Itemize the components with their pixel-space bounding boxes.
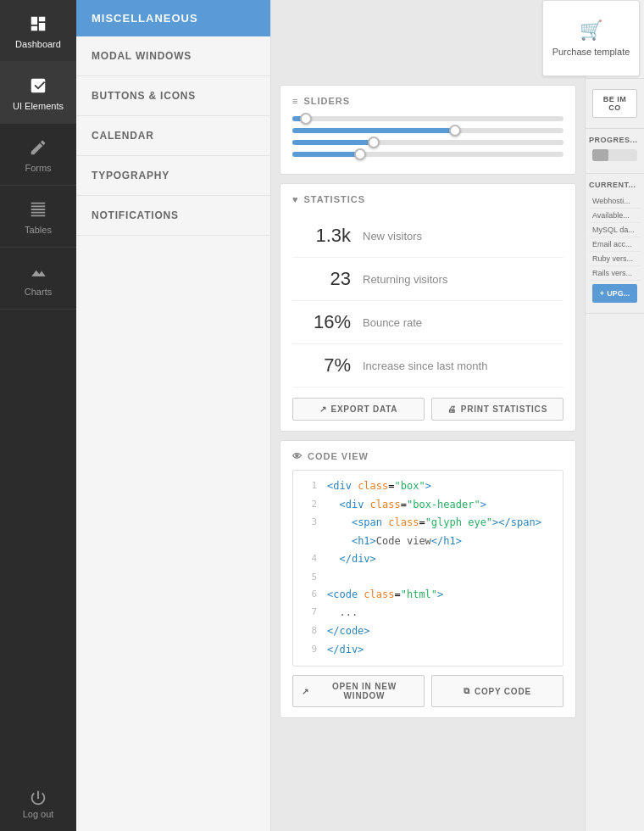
stat-label-0: New visitors	[363, 230, 422, 243]
current-item-4: Ruby vers...	[589, 252, 641, 266]
progress-section: Progres...	[586, 129, 644, 174]
code-line-5: 5	[293, 569, 563, 586]
sidebar-item-ui-elements[interactable]: UI Elements	[0, 62, 76, 124]
be-in-co-section: BE IM CO	[586, 79, 644, 129]
stat-label-1: Returning visitors	[363, 273, 447, 286]
code-view-title: 👁 Code View	[292, 451, 564, 461]
current-header: Current...	[589, 181, 641, 189]
right-panel: ⚙ Vert... BE IM CO Progres...	[585, 0, 644, 831]
open-icon: ↗	[302, 687, 309, 696]
code-line-8: 8 </code>	[293, 622, 563, 641]
statistics-section: ♥ Statistics 1.3k New visitors 23 Return…	[280, 183, 576, 432]
code-line-6: 6 <code class="html">	[293, 586, 563, 605]
sidebar-item-tables[interactable]: Tables	[0, 186, 76, 248]
sidebar: Dashboard UI Elements Forms Tables Chart…	[0, 0, 76, 831]
copy-icon: ⧉	[464, 686, 470, 696]
code-line-3a: 3 <span class="glyph eye"></span>	[293, 514, 563, 533]
stat-row-3: 7% Increase since last month	[292, 344, 564, 388]
stat-row-2: 16% Bounce rate	[292, 301, 564, 344]
slider-2[interactable]	[292, 128, 564, 133]
stat-value-2: 16%	[296, 311, 351, 333]
be-in-co-button[interactable]: BE IM CO	[592, 89, 637, 118]
progress-bar	[592, 149, 637, 161]
stat-value-1: 23	[296, 268, 351, 290]
print-statistics-button[interactable]: 🖨 Print Statistics	[431, 398, 564, 421]
statistics-title: ♥ Statistics	[292, 194, 564, 204]
slider-track-1[interactable]	[292, 116, 564, 121]
slider-track-4[interactable]	[292, 152, 564, 157]
nav-item-buttons-icons[interactable]: Buttons & Icons	[76, 76, 270, 116]
code-line-7: 7 ...	[293, 604, 563, 622]
slider-track-2[interactable]	[292, 128, 564, 133]
nav-item-calendar[interactable]: Calendar	[76, 116, 270, 156]
current-section: Current... Webhosti... Available... MySQ…	[586, 174, 644, 314]
code-view-section: 👁 Code View 1 <div class="box"> 2 <div c…	[280, 440, 576, 718]
power-icon	[29, 789, 47, 809]
current-item-5: Rails vers...	[589, 266, 641, 281]
sidebar-item-charts[interactable]: Charts	[0, 248, 76, 310]
stat-value-0: 1.3k	[296, 225, 351, 247]
code-buttons: ↗ Open In New Window ⧉ Copy Code	[292, 675, 564, 707]
pulse-icon: ♥	[292, 194, 299, 204]
main-content: 🛒 Purchase template ≡ Sliders	[271, 0, 585, 831]
eye-icon: 👁	[292, 451, 303, 461]
code-line-4: 4 </div>	[293, 550, 563, 569]
upgrade-button[interactable]: + UPG...	[592, 284, 637, 303]
code-area: 1 <div class="box"> 2 <div class="box-he…	[292, 470, 564, 666]
forms-icon	[26, 136, 50, 159]
export-data-button[interactable]: ↗ Export Data	[292, 398, 425, 421]
stat-label-3: Increase since last month	[363, 360, 487, 372]
sliders-section: ≡ Sliders	[280, 85, 576, 175]
print-icon: 🖨	[447, 404, 457, 414]
nav-item-notifications[interactable]: Notifications	[76, 196, 270, 236]
slider-4[interactable]	[292, 152, 564, 157]
code-line-1: 1 <div class="box">	[293, 477, 563, 496]
progress-bar-fill	[592, 149, 608, 161]
sliders-title: ≡ Sliders	[292, 96, 564, 106]
stat-label-2: Bounce rate	[363, 316, 422, 329]
sidebar-item-forms[interactable]: Forms	[0, 124, 76, 186]
slider-3[interactable]	[292, 140, 564, 145]
nav-item-typography[interactable]: Typography	[76, 156, 270, 196]
left-nav: Miscellaneous Modal Windows Buttons & Ic…	[76, 0, 271, 831]
purchase-label: Purchase template	[552, 47, 630, 57]
current-item-1: Available...	[589, 209, 641, 223]
charts-icon	[26, 259, 50, 283]
nav-item-modal-windows[interactable]: Modal Windows	[76, 36, 270, 76]
sidebar-item-dashboard[interactable]: Dashboard	[0, 0, 76, 62]
cart-icon: 🛒	[580, 20, 602, 42]
open-new-window-button[interactable]: ↗ Open In New Window	[292, 675, 425, 707]
current-item-0: Webhosti...	[589, 194, 641, 209]
stat-row-0: 1.3k New visitors	[292, 215, 564, 258]
current-item-2: MySQL da...	[589, 223, 641, 237]
purchase-panel[interactable]: 🛒 Purchase template	[542, 0, 640, 76]
progress-header: Progres...	[589, 136, 641, 144]
copy-code-button[interactable]: ⧉ Copy Code	[431, 675, 564, 707]
dashboard-icon	[26, 12, 50, 36]
slider-1[interactable]	[292, 116, 564, 121]
stat-buttons: ↗ Export Data 🖨 Print Statistics	[292, 398, 564, 421]
code-line-3b: <h1>Code view</h1>	[293, 533, 563, 551]
ui-elements-icon	[26, 74, 50, 98]
left-nav-header: Miscellaneous	[76, 0, 270, 36]
slider-track-3[interactable]	[292, 140, 564, 145]
plus-icon: +	[600, 289, 604, 298]
tables-icon	[26, 198, 50, 221]
stat-row-1: 23 Returning visitors	[292, 258, 564, 301]
code-line-2: 2 <div class="box-header">	[293, 496, 563, 515]
code-line-9: 9 </div>	[293, 641, 563, 660]
logout-button[interactable]: Log out	[0, 777, 76, 831]
sliders-icon: ≡	[292, 96, 298, 106]
current-item-3: Email acc...	[589, 237, 641, 252]
export-icon: ↗	[319, 404, 327, 414]
stat-value-3: 7%	[296, 354, 351, 376]
